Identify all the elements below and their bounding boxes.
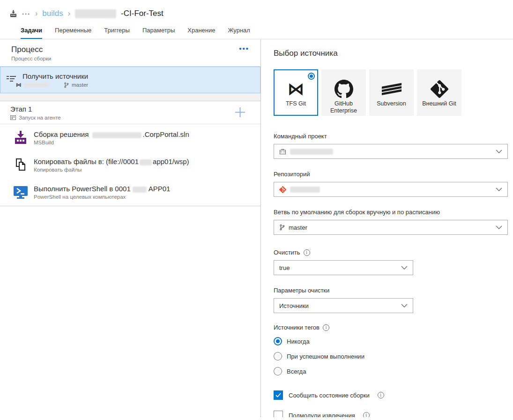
task-row-copy-files[interactable]: Копировать файлы в: (file://0001app01/ws… bbox=[0, 151, 260, 179]
tab-variables[interactable]: Переменные bbox=[55, 27, 91, 39]
task-title: Выполнить PowerShell в 0001APP01 bbox=[34, 185, 170, 193]
tag-sources-field: Источники теговi Никогда При успешном вы… bbox=[274, 324, 507, 375]
default-branch-dropdown[interactable]: master bbox=[274, 220, 508, 235]
clean-value: true bbox=[279, 264, 290, 271]
git-branch-icon bbox=[64, 82, 69, 88]
agent-icon bbox=[10, 115, 16, 120]
clean-options-value: Источники bbox=[279, 302, 309, 309]
checkout-submodules-checkbox[interactable]: Подмодули извлечения i bbox=[274, 411, 507, 417]
git-branch-icon bbox=[279, 224, 285, 231]
build-definition-icon bbox=[9, 10, 17, 18]
git-repo-icon bbox=[279, 186, 286, 193]
panel-gap bbox=[0, 93, 260, 101]
phase-subtitle: Запуск на агенте bbox=[19, 115, 61, 120]
clean-dropdown[interactable]: true bbox=[274, 260, 413, 275]
source-tile-subversion[interactable]: Subversion bbox=[369, 69, 414, 116]
get-sources-branch: master bbox=[72, 82, 88, 88]
breadcrumb-separator: › bbox=[35, 9, 37, 18]
steps-icon bbox=[7, 75, 16, 84]
redacted-project-name bbox=[75, 9, 116, 18]
github-icon bbox=[335, 79, 353, 99]
default-branch-value: master bbox=[289, 224, 307, 231]
task-subtitle: PowerShell на целевых компьютерах bbox=[34, 194, 170, 200]
redacted-text bbox=[290, 187, 320, 193]
radio-unchecked-icon bbox=[274, 367, 282, 375]
briefcase-icon bbox=[279, 148, 286, 155]
checkbox-checked-icon bbox=[274, 390, 283, 400]
clean-field: Очиститьi true bbox=[274, 249, 507, 275]
breadcrumb-separator: › bbox=[68, 9, 70, 18]
tab-triggers[interactable]: Триггеры bbox=[104, 27, 130, 39]
get-sources-item[interactable]: Получить источники ⋈ master bbox=[0, 67, 260, 93]
chevron-down-icon bbox=[496, 150, 502, 153]
info-icon[interactable]: i bbox=[323, 324, 329, 331]
clean-label: Очиститьi bbox=[274, 249, 507, 256]
tab-retention[interactable]: Хранение bbox=[187, 27, 215, 39]
clean-options-dropdown[interactable]: Источники bbox=[274, 298, 413, 313]
source-tile-github-enterprise[interactable]: GitHub Enterprise bbox=[321, 69, 366, 116]
team-project-dropdown[interactable] bbox=[274, 144, 508, 159]
task-row-msbuild[interactable]: Сборка решения .CorpPortal.sln MSBuild bbox=[0, 124, 260, 151]
tag-sources-label: Источники теговi bbox=[274, 324, 507, 331]
add-task-button[interactable] bbox=[234, 106, 246, 120]
info-icon[interactable]: i bbox=[304, 249, 310, 256]
breadcrumb: ··· › builds › -CI-For-Test bbox=[9, 8, 513, 20]
repository-field: Репозиторий bbox=[274, 171, 507, 197]
redacted-text bbox=[290, 149, 333, 155]
phase-card[interactable]: Этап 1 Запуск на агенте bbox=[0, 101, 260, 124]
subversion-icon bbox=[381, 79, 402, 99]
external-git-icon bbox=[431, 79, 448, 99]
source-settings-panel: Выбор источника ⋈ TFS Git GitHub Enterpr… bbox=[261, 39, 513, 417]
redacted-text bbox=[140, 159, 152, 165]
clean-options-field: Параметры очистки Источники bbox=[274, 287, 507, 313]
team-project-label: Командный проект bbox=[274, 133, 507, 140]
repository-dropdown[interactable] bbox=[274, 182, 508, 197]
task-title: Сборка решения .CorpPortal.sln bbox=[34, 130, 189, 138]
process-subtitle: Процесс сборки bbox=[11, 56, 249, 61]
report-build-status-checkbox[interactable]: Сообщить состояние сборки i bbox=[274, 390, 507, 400]
process-menu-button[interactable]: ••• bbox=[239, 45, 249, 52]
build-pipeline-editor: ··· › builds › -CI-For-Test Задачи Перем… bbox=[0, 0, 513, 420]
default-branch-label: Ветвь по умолчанию для сборок вручную и … bbox=[274, 209, 507, 216]
radio-selected-icon bbox=[308, 73, 315, 80]
chevron-down-icon bbox=[496, 188, 502, 191]
checkbox-unchecked-icon bbox=[274, 411, 283, 417]
source-tile-external-git[interactable]: Внешний Git bbox=[417, 69, 461, 116]
process-title: Процесс bbox=[11, 45, 249, 54]
task-subtitle: Копировать файлы bbox=[34, 167, 189, 172]
tag-sources-radio-group: Никогда При успешном выполнении Всегда bbox=[274, 337, 507, 375]
tfs-git-icon: ⋈ bbox=[16, 82, 22, 88]
default-branch-field: Ветвь по умолчанию для сборок вручную и … bbox=[274, 209, 507, 235]
tab-bar: Задачи Переменные Триггеры Параметры Хра… bbox=[21, 27, 513, 39]
tfs-git-icon: ⋈ bbox=[288, 79, 305, 99]
tag-sources-option-always[interactable]: Всегда bbox=[274, 367, 507, 375]
pipeline-outline-panel: Процесс Процесс сборки ••• Получить исто… bbox=[0, 39, 261, 417]
tab-history[interactable]: Журнал bbox=[228, 27, 250, 39]
redacted-repo-name bbox=[24, 82, 49, 87]
task-subtitle: MSBuild bbox=[34, 140, 189, 145]
task-list: Сборка решения .CorpPortal.sln MSBuild К… bbox=[0, 124, 260, 206]
clean-options-label: Параметры очистки bbox=[274, 287, 507, 294]
breadcrumb-link-builds[interactable]: builds bbox=[42, 9, 63, 18]
source-tiles: ⋈ TFS Git GitHub Enterprise Subversion bbox=[274, 69, 507, 116]
section-heading: Выбор источника bbox=[274, 49, 507, 58]
phase-title: Этап 1 bbox=[10, 105, 249, 113]
chevron-down-icon bbox=[401, 304, 408, 308]
tab-tasks[interactable]: Задачи bbox=[21, 27, 42, 39]
radio-unchecked-icon bbox=[274, 352, 282, 360]
chevron-down-icon bbox=[401, 266, 408, 270]
tab-options[interactable]: Параметры bbox=[142, 27, 175, 39]
tag-sources-option-on-success[interactable]: При успешном выполнении bbox=[274, 352, 507, 360]
info-icon[interactable]: i bbox=[378, 392, 384, 398]
msbuild-icon bbox=[13, 130, 28, 145]
source-tile-tfs-git[interactable]: ⋈ TFS Git bbox=[274, 69, 318, 116]
redacted-text bbox=[92, 132, 141, 138]
task-row-powershell[interactable]: Выполнить PowerShell в 0001APP01 PowerSh… bbox=[0, 179, 260, 206]
process-header: Процесс Процесс сборки ••• bbox=[0, 39, 260, 67]
copy-files-icon bbox=[13, 158, 28, 172]
repository-label: Репозиторий bbox=[274, 171, 507, 178]
tag-sources-option-never[interactable]: Никогда bbox=[274, 337, 507, 345]
team-project-field: Командный проект bbox=[274, 133, 507, 159]
breadcrumb-ellipsis[interactable]: ··· bbox=[22, 10, 30, 18]
info-icon[interactable]: i bbox=[363, 412, 370, 417]
